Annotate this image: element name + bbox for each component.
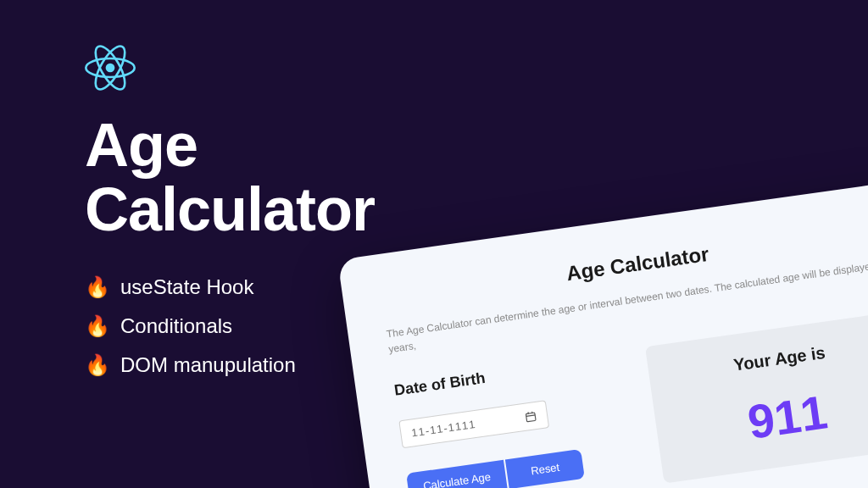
feature-item: 🔥 Conditionals [85,314,375,338]
fire-icon: 🔥 [85,353,110,377]
svg-line-5 [526,414,535,415]
result-label: Your Age is [669,334,868,384]
date-input[interactable]: 11-11-1111 [398,400,549,448]
feature-label: Conditionals [120,314,232,338]
date-input-value: 11-11-1111 [410,418,476,440]
features-list: 🔥 useState Hook 🔥 Conditionals 🔥 DOM man… [85,275,375,377]
result-value: 911 [675,374,868,460]
fire-icon: 🔥 [85,275,110,299]
page-title: Age Calculator [85,114,375,241]
calculate-age-button[interactable]: Calculate Age [406,460,508,488]
feature-item: 🔥 DOM manupulation [85,353,375,377]
reset-button[interactable]: Reset [505,449,585,488]
svg-point-0 [106,64,115,73]
result-panel: Your Age is 911 [645,310,868,484]
calendar-icon [524,409,537,423]
feature-label: useState Hook [120,275,253,299]
date-of-birth-label: Date of Birth [393,352,614,400]
react-logo-icon [85,42,136,93]
app-preview-card: Age Calculator The Age Calculator can de… [337,177,868,488]
feature-item: 🔥 useState Hook [85,275,375,299]
fire-icon: 🔥 [85,314,110,338]
feature-label: DOM manupulation [120,353,296,377]
svg-rect-4 [526,413,536,422]
